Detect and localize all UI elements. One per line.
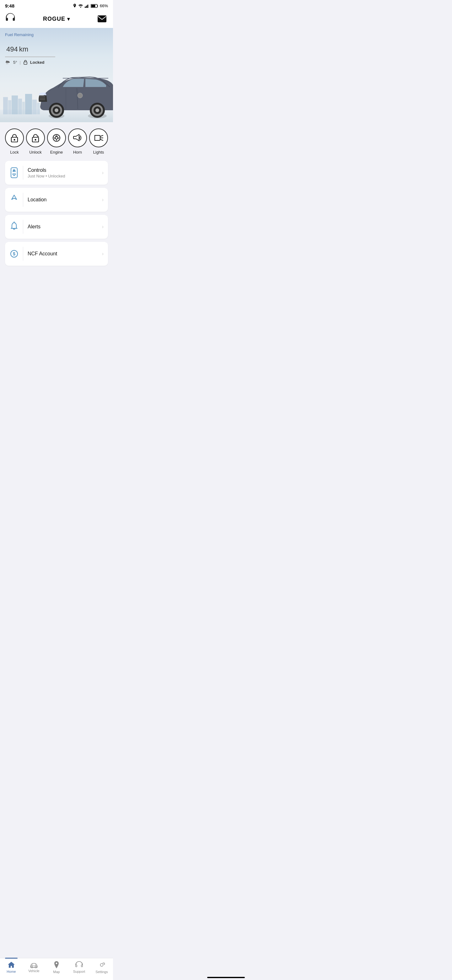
horn-label: Horn xyxy=(73,150,82,154)
alerts-title: Alerts xyxy=(28,224,98,230)
fuel-label: Fuel Remaining xyxy=(5,32,108,37)
alerts-chevron: › xyxy=(102,224,103,230)
location-card[interactable]: Location › xyxy=(5,188,108,212)
svg-rect-14 xyxy=(8,100,11,115)
svg-line-44 xyxy=(100,135,103,136)
svg-rect-20 xyxy=(37,103,40,115)
skyline xyxy=(0,91,113,116)
fuel-divider xyxy=(5,57,55,57)
battery-percent: 66% xyxy=(100,3,108,8)
menu-cards: Controls Just Now • Unlocked › Location … xyxy=(5,161,108,269)
location-chevron: › xyxy=(102,197,103,203)
lights-label: Lights xyxy=(93,150,104,154)
svg-rect-13 xyxy=(3,97,8,115)
svg-rect-15 xyxy=(12,95,18,115)
svg-rect-50 xyxy=(13,175,15,176)
status-bar: 9:48 6 xyxy=(0,0,113,10)
unlock-label: Unlock xyxy=(29,150,42,154)
lock-status: Locked xyxy=(30,60,44,65)
svg-rect-18 xyxy=(25,94,32,115)
svg-line-46 xyxy=(100,140,103,140)
ncf-card-icon: $ xyxy=(10,247,23,261)
status-icons: 66% xyxy=(73,3,108,8)
svg-rect-1 xyxy=(85,6,86,8)
svg-rect-47 xyxy=(11,168,17,178)
svg-rect-16 xyxy=(18,99,22,115)
signal-icon xyxy=(85,4,89,8)
svg-rect-8 xyxy=(98,16,106,22)
vehicle-controls: Lock Unlock xyxy=(0,122,113,272)
location-card-icon xyxy=(10,193,23,207)
lock-status-icon xyxy=(23,60,28,65)
engine-label: Engine xyxy=(50,150,63,154)
ncf-chevron: › xyxy=(102,251,103,257)
alerts-card[interactable]: Alerts › xyxy=(5,215,108,239)
lock-circle xyxy=(5,129,24,147)
svg-point-43 xyxy=(55,137,58,139)
engine-button[interactable]: Engine xyxy=(47,129,66,154)
lights-circle xyxy=(89,129,108,147)
svg-point-11 xyxy=(7,63,8,64)
hero-section: Fuel Remaining 494km 5° | xyxy=(0,28,113,122)
hero-info: Fuel Remaining 494km 5° | xyxy=(5,32,108,65)
svg-rect-12 xyxy=(24,62,27,64)
svg-rect-2 xyxy=(86,6,87,8)
lights-button[interactable]: Lights xyxy=(89,129,108,154)
controls-chevron: › xyxy=(102,170,103,176)
dropdown-chevron: ▾ xyxy=(67,16,70,22)
lock-button[interactable]: Lock xyxy=(5,129,24,154)
status-time: 9:48 xyxy=(5,3,14,8)
svg-rect-17 xyxy=(22,102,25,115)
temperature: 5° xyxy=(13,60,17,65)
app-header: ROGUE ▾ xyxy=(0,10,113,28)
mail-button[interactable] xyxy=(96,13,108,25)
svg-point-0 xyxy=(80,6,81,8)
controls-title: Controls xyxy=(28,167,98,173)
ncf-card[interactable]: $ NCF Account › xyxy=(5,242,108,266)
svg-rect-3 xyxy=(87,5,88,8)
control-buttons-row: Lock Unlock xyxy=(5,129,108,154)
svg-text:$: $ xyxy=(13,251,15,256)
unlock-circle xyxy=(26,129,45,147)
controls-card-icon xyxy=(10,166,23,180)
svg-rect-49 xyxy=(13,174,16,175)
horn-button[interactable]: Horn xyxy=(68,129,87,154)
svg-point-10 xyxy=(8,64,8,64)
engine-circle xyxy=(47,129,66,147)
wifi-icon xyxy=(78,4,83,8)
unlock-button[interactable]: Unlock xyxy=(26,129,45,154)
location-title: Location xyxy=(28,197,98,203)
weather-icon xyxy=(5,60,11,64)
lock-label: Lock xyxy=(10,150,19,154)
controls-subtitle: Just Now • Unlocked xyxy=(28,174,98,178)
location-card-text: Location xyxy=(28,197,98,203)
alerts-card-icon xyxy=(10,220,23,234)
ncf-title: NCF Account xyxy=(28,251,98,257)
alerts-card-text: Alerts xyxy=(28,224,98,230)
svg-rect-6 xyxy=(97,5,98,6)
controls-card-text: Controls Just Now • Unlocked xyxy=(28,167,98,178)
controls-card[interactable]: Controls Just Now • Unlocked › xyxy=(5,161,108,185)
ncf-card-text: NCF Account xyxy=(28,251,98,257)
vehicle-selector[interactable]: ROGUE ▾ xyxy=(43,16,70,22)
vehicle-name: ROGUE xyxy=(43,16,65,22)
fuel-value: 494km xyxy=(5,38,108,54)
location-status-icon xyxy=(73,4,76,8)
svg-rect-19 xyxy=(32,100,37,115)
weather-status: 5° | Locked xyxy=(5,60,108,65)
svg-rect-7 xyxy=(91,5,95,7)
svg-rect-4 xyxy=(89,4,89,8)
support-icon[interactable] xyxy=(5,13,17,25)
svg-point-9 xyxy=(6,64,7,64)
battery-icon xyxy=(91,4,98,8)
svg-point-39 xyxy=(14,139,15,141)
horn-circle xyxy=(68,129,87,147)
svg-point-41 xyxy=(35,139,36,141)
